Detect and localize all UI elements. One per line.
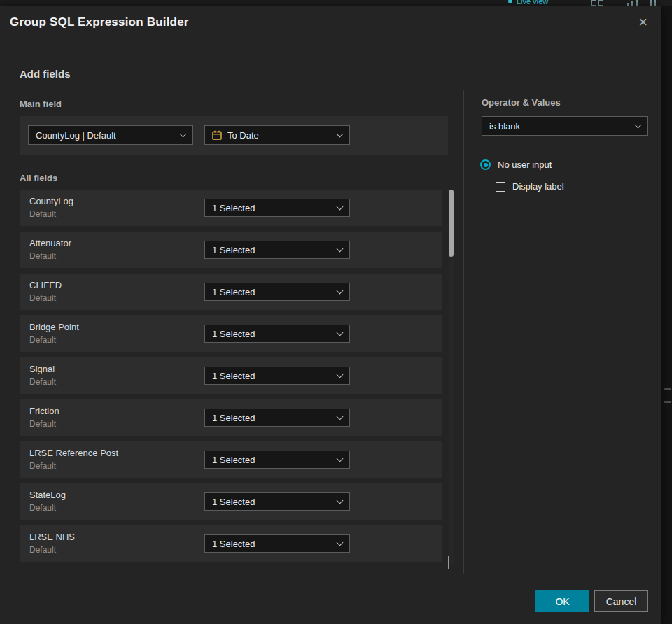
field-row: Friction Default 1 Selected: [20, 399, 442, 436]
display-label-checkbox[interactable]: Display label: [496, 181, 564, 192]
field-name: Attenuator: [29, 238, 71, 248]
field-row: LRSE NHS Default 1 Selected: [20, 525, 442, 562]
live-view-label: Live view: [517, 0, 548, 6]
field-sub: Default: [29, 293, 56, 303]
field-sub: Default: [29, 419, 56, 429]
field-row: LRSE Reference Post Default 1 Selected: [20, 441, 442, 478]
columns-icon: [650, 0, 656, 6]
radio-selected-icon: [480, 159, 491, 170]
field-selected-label: 1 Selected: [212, 245, 255, 255]
bar-chart-icon: [627, 0, 638, 6]
calendar-icon: [212, 130, 222, 140]
field-selected-dropdown[interactable]: 1 Selected: [204, 283, 350, 301]
field-selected-dropdown[interactable]: 1 Selected: [204, 241, 350, 259]
main-field-date-dropdown[interactable]: To Date: [204, 125, 350, 145]
chevron-down-icon: [635, 122, 642, 129]
field-selected-label: 1 Selected: [212, 203, 255, 213]
field-selected-dropdown[interactable]: 1 Selected: [204, 534, 350, 553]
field-row: Signal Default 1 Selected: [20, 357, 442, 394]
checkbox-unchecked-icon: [496, 182, 505, 192]
main-field-source-dropdown[interactable]: CountyLog | Default: [28, 125, 193, 145]
chevron-down-icon: [337, 288, 344, 295]
scrollbar-thumb[interactable]: [449, 190, 454, 257]
no-user-input-label: No user input: [498, 159, 552, 170]
live-view-indicator: Live view: [508, 0, 548, 6]
chevron-down-icon: [337, 131, 344, 138]
cancel-button[interactable]: Cancel: [594, 590, 648, 612]
add-fields-title: Add fields: [20, 68, 71, 80]
ok-button[interactable]: OK: [536, 590, 589, 612]
chevron-down-icon: [337, 204, 344, 211]
field-name: StateLog: [29, 490, 66, 500]
scroll-down-icon[interactable]: [448, 556, 454, 562]
field-name: CountyLog: [29, 196, 74, 206]
field-selected-dropdown[interactable]: 1 Selected: [204, 451, 350, 469]
display-label-text: Display label: [512, 181, 564, 192]
field-sub: Default: [29, 503, 56, 513]
field-name: CLIFED: [29, 280, 62, 290]
field-selected-label: 1 Selected: [212, 371, 255, 381]
live-view-dot-icon: [508, 0, 512, 3]
field-selected-dropdown[interactable]: 1 Selected: [204, 325, 350, 343]
chevron-down-icon: [337, 539, 344, 546]
chevron-down-icon: [337, 329, 344, 336]
operator-value: is blank: [489, 121, 520, 132]
chevron-down-icon: [337, 246, 344, 253]
dialog-header: Group SQL Expression Builder ×: [0, 6, 662, 38]
field-selected-label: 1 Selected: [212, 287, 255, 297]
field-selected-label: 1 Selected: [212, 539, 255, 549]
main-field-source-value: CountyLog | Default: [36, 130, 116, 141]
field-sub: Default: [29, 335, 56, 345]
field-selected-label: 1 Selected: [212, 413, 255, 423]
field-selected-dropdown[interactable]: 1 Selected: [204, 409, 350, 427]
group-sql-expression-builder-dialog: Group SQL Expression Builder × Add field…: [0, 6, 662, 624]
field-name: Bridge Point: [29, 322, 79, 332]
dialog-title: Group SQL Expression Builder: [10, 15, 189, 29]
field-selected-dropdown[interactable]: 1 Selected: [204, 367, 350, 385]
field-selected-label: 1 Selected: [212, 329, 255, 339]
field-sub: Default: [29, 545, 56, 555]
field-name: LRSE Reference Post: [29, 448, 118, 458]
field-row: Attenuator Default 1 Selected: [20, 232, 442, 268]
all-fields-label: All fields: [20, 173, 57, 183]
main-field-date-value: To Date: [227, 130, 259, 141]
main-field-panel: CountyLog | Default To Date: [20, 116, 448, 155]
background-right-strip: [662, 6, 672, 624]
field-row: CLIFED Default 1 Selected: [20, 274, 442, 310]
field-row: Bridge Point Default 1 Selected: [20, 315, 442, 352]
field-selected-label: 1 Selected: [212, 497, 255, 507]
field-sub: Default: [29, 209, 56, 219]
window-panels-icon: [592, 0, 603, 6]
chevron-down-icon: [180, 131, 187, 138]
background-app-bar: Live view: [0, 0, 672, 6]
column-divider: [463, 90, 464, 574]
field-row: StateLog Default 1 Selected: [20, 483, 442, 520]
field-selected-dropdown[interactable]: 1 Selected: [204, 199, 350, 217]
field-name: LRSE NHS: [29, 532, 75, 542]
field-sub: Default: [29, 377, 56, 387]
operator-values-label: Operator & Values: [482, 97, 561, 108]
no-user-input-radio[interactable]: No user input: [480, 159, 552, 170]
close-icon[interactable]: ×: [634, 13, 652, 31]
field-selected-dropdown[interactable]: 1 Selected: [204, 492, 350, 511]
chevron-down-icon: [337, 413, 344, 420]
field-sub: Default: [29, 461, 56, 471]
field-name: Friction: [29, 406, 59, 416]
field-sub: Default: [29, 251, 56, 261]
main-field-label: Main field: [20, 99, 62, 109]
field-row: CountyLog Default 1 Selected: [20, 190, 442, 226]
chevron-down-icon: [337, 455, 344, 462]
all-fields-list: CountyLog Default 1 Selected Attenuator …: [20, 190, 442, 567]
field-selected-label: 1 Selected: [212, 455, 255, 465]
operator-dropdown[interactable]: is blank: [482, 116, 648, 136]
field-name: Signal: [29, 364, 55, 374]
chevron-down-icon: [337, 497, 344, 504]
chevron-down-icon: [337, 371, 344, 378]
